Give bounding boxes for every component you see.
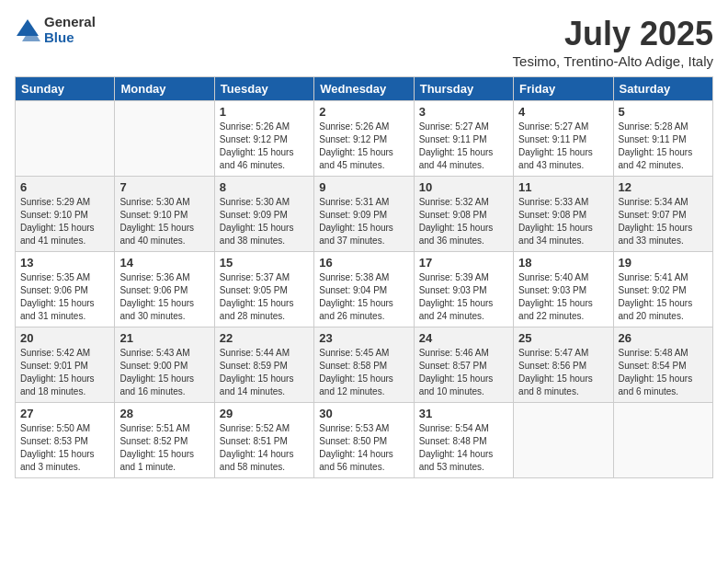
- calendar-cell: 2Sunrise: 5:26 AM Sunset: 9:12 PM Daylig…: [314, 101, 414, 177]
- day-number: 7: [119, 180, 209, 194]
- header-sunday: Sunday: [16, 77, 115, 101]
- day-info: Sunrise: 5:38 AM Sunset: 9:04 PM Dayligh…: [319, 271, 408, 323]
- day-info: Sunrise: 5:48 AM Sunset: 8:54 PM Dayligh…: [619, 347, 708, 398]
- day-number: 4: [518, 105, 608, 119]
- day-info: Sunrise: 5:37 AM Sunset: 9:05 PM Dayligh…: [220, 271, 309, 323]
- day-info: Sunrise: 5:54 AM Sunset: 8:48 PM Dayligh…: [419, 422, 508, 474]
- calendar-table: SundayMondayTuesdayWednesdayThursdayFrid…: [15, 76, 713, 478]
- day-number: 9: [319, 180, 408, 194]
- day-info: Sunrise: 5:26 AM Sunset: 9:12 PM Dayligh…: [220, 121, 309, 172]
- day-number: 31: [419, 407, 508, 420]
- day-info: Sunrise: 5:27 AM Sunset: 9:11 PM Dayligh…: [518, 121, 608, 172]
- day-info: Sunrise: 5:28 AM Sunset: 9:11 PM Dayligh…: [619, 121, 708, 172]
- logo-blue: Blue: [44, 30, 96, 46]
- week-row-2: 6Sunrise: 5:29 AM Sunset: 9:10 PM Daylig…: [16, 177, 713, 252]
- day-info: Sunrise: 5:30 AM Sunset: 9:10 PM Dayligh…: [119, 196, 209, 247]
- calendar-cell: [115, 101, 214, 177]
- day-info: Sunrise: 5:51 AM Sunset: 8:52 PM Dayligh…: [119, 422, 209, 474]
- calendar-cell: 10Sunrise: 5:32 AM Sunset: 9:08 PM Dayli…: [414, 177, 513, 252]
- calendar-cell: 3Sunrise: 5:27 AM Sunset: 9:11 PM Daylig…: [414, 101, 513, 177]
- day-number: 3: [419, 105, 508, 119]
- day-number: 5: [619, 105, 708, 119]
- day-number: 13: [20, 256, 109, 270]
- calendar-cell: 18Sunrise: 5:40 AM Sunset: 9:03 PM Dayli…: [514, 252, 613, 327]
- day-info: Sunrise: 5:42 AM Sunset: 9:01 PM Dayligh…: [20, 347, 109, 398]
- calendar-cell: 16Sunrise: 5:38 AM Sunset: 9:04 PM Dayli…: [314, 252, 414, 327]
- day-info: Sunrise: 5:45 AM Sunset: 8:58 PM Dayligh…: [319, 347, 408, 398]
- month-title: July 2025: [513, 15, 713, 53]
- day-number: 21: [119, 331, 209, 345]
- day-number: 14: [119, 256, 209, 270]
- calendar-cell: 8Sunrise: 5:30 AM Sunset: 9:09 PM Daylig…: [214, 177, 313, 252]
- day-info: Sunrise: 5:52 AM Sunset: 8:51 PM Dayligh…: [220, 422, 309, 474]
- week-row-1: 1Sunrise: 5:26 AM Sunset: 9:12 PM Daylig…: [16, 101, 713, 177]
- day-info: Sunrise: 5:26 AM Sunset: 9:12 PM Dayligh…: [319, 121, 408, 172]
- calendar-cell: [514, 403, 613, 478]
- header-saturday: Saturday: [613, 77, 712, 101]
- day-info: Sunrise: 5:53 AM Sunset: 8:50 PM Dayligh…: [319, 422, 408, 474]
- day-number: 12: [619, 180, 708, 194]
- day-number: 22: [220, 331, 309, 345]
- calendar-cell: 9Sunrise: 5:31 AM Sunset: 9:09 PM Daylig…: [314, 177, 414, 252]
- day-info: Sunrise: 5:50 AM Sunset: 8:53 PM Dayligh…: [20, 422, 109, 474]
- day-number: 19: [619, 256, 708, 270]
- day-info: Sunrise: 5:31 AM Sunset: 9:09 PM Dayligh…: [319, 196, 408, 247]
- calendar-cell: 11Sunrise: 5:33 AM Sunset: 9:08 PM Dayli…: [514, 177, 613, 252]
- day-number: 18: [518, 256, 608, 270]
- calendar-cell: 7Sunrise: 5:30 AM Sunset: 9:10 PM Daylig…: [115, 177, 214, 252]
- day-info: Sunrise: 5:27 AM Sunset: 9:11 PM Dayligh…: [419, 121, 508, 172]
- logo: General Blue: [15, 15, 96, 45]
- day-number: 6: [20, 180, 109, 194]
- logo-icon: [15, 17, 40, 43]
- title-block: July 2025 Tesimo, Trentino-Alto Adige, I…: [513, 15, 713, 69]
- calendar-cell: 28Sunrise: 5:51 AM Sunset: 8:52 PM Dayli…: [115, 403, 214, 478]
- day-number: 1: [220, 105, 309, 119]
- calendar-cell: 19Sunrise: 5:41 AM Sunset: 9:02 PM Dayli…: [613, 252, 712, 327]
- location: Tesimo, Trentino-Alto Adige, Italy: [513, 53, 713, 69]
- day-info: Sunrise: 5:39 AM Sunset: 9:03 PM Dayligh…: [419, 271, 508, 323]
- calendar-cell: 23Sunrise: 5:45 AM Sunset: 8:58 PM Dayli…: [314, 327, 414, 403]
- day-info: Sunrise: 5:30 AM Sunset: 9:09 PM Dayligh…: [220, 196, 309, 247]
- calendar-cell: 29Sunrise: 5:52 AM Sunset: 8:51 PM Dayli…: [214, 403, 313, 478]
- header-thursday: Thursday: [414, 77, 513, 101]
- header-tuesday: Tuesday: [214, 77, 313, 101]
- day-info: Sunrise: 5:29 AM Sunset: 9:10 PM Dayligh…: [20, 196, 109, 247]
- calendar-cell: 15Sunrise: 5:37 AM Sunset: 9:05 PM Dayli…: [214, 252, 313, 327]
- day-number: 28: [119, 407, 209, 420]
- day-number: 24: [419, 331, 508, 345]
- calendar-cell: 6Sunrise: 5:29 AM Sunset: 9:10 PM Daylig…: [16, 177, 115, 252]
- day-number: 10: [419, 180, 508, 194]
- calendar-cell: 12Sunrise: 5:34 AM Sunset: 9:07 PM Dayli…: [613, 177, 712, 252]
- day-info: Sunrise: 5:35 AM Sunset: 9:06 PM Dayligh…: [20, 271, 109, 323]
- calendar-cell: 25Sunrise: 5:47 AM Sunset: 8:56 PM Dayli…: [514, 327, 613, 403]
- calendar-cell: 26Sunrise: 5:48 AM Sunset: 8:54 PM Dayli…: [613, 327, 712, 403]
- day-number: 16: [319, 256, 408, 270]
- day-number: 20: [20, 331, 109, 345]
- day-number: 11: [518, 180, 608, 194]
- day-info: Sunrise: 5:47 AM Sunset: 8:56 PM Dayligh…: [518, 347, 608, 398]
- day-info: Sunrise: 5:40 AM Sunset: 9:03 PM Dayligh…: [518, 271, 608, 323]
- day-number: 8: [220, 180, 309, 194]
- calendar-cell: 20Sunrise: 5:42 AM Sunset: 9:01 PM Dayli…: [16, 327, 115, 403]
- calendar-cell: 30Sunrise: 5:53 AM Sunset: 8:50 PM Dayli…: [314, 403, 414, 478]
- calendar-cell: 5Sunrise: 5:28 AM Sunset: 9:11 PM Daylig…: [613, 101, 712, 177]
- calendar-cell: 31Sunrise: 5:54 AM Sunset: 8:48 PM Dayli…: [414, 403, 513, 478]
- calendar-cell: 13Sunrise: 5:35 AM Sunset: 9:06 PM Dayli…: [16, 252, 115, 327]
- day-info: Sunrise: 5:46 AM Sunset: 8:57 PM Dayligh…: [419, 347, 508, 398]
- week-row-5: 27Sunrise: 5:50 AM Sunset: 8:53 PM Dayli…: [16, 403, 713, 478]
- day-number: 2: [319, 105, 408, 119]
- day-number: 25: [518, 331, 608, 345]
- calendar-cell: 24Sunrise: 5:46 AM Sunset: 8:57 PM Dayli…: [414, 327, 513, 403]
- calendar-cell: 17Sunrise: 5:39 AM Sunset: 9:03 PM Dayli…: [414, 252, 513, 327]
- calendar-cell: [16, 101, 115, 177]
- logo-text: General Blue: [44, 15, 96, 45]
- day-info: Sunrise: 5:33 AM Sunset: 9:08 PM Dayligh…: [518, 196, 608, 247]
- calendar-cell: 4Sunrise: 5:27 AM Sunset: 9:11 PM Daylig…: [514, 101, 613, 177]
- calendar-cell: 14Sunrise: 5:36 AM Sunset: 9:06 PM Dayli…: [115, 252, 214, 327]
- day-info: Sunrise: 5:32 AM Sunset: 9:08 PM Dayligh…: [419, 196, 508, 247]
- week-row-3: 13Sunrise: 5:35 AM Sunset: 9:06 PM Dayli…: [16, 252, 713, 327]
- calendar-cell: 27Sunrise: 5:50 AM Sunset: 8:53 PM Dayli…: [16, 403, 115, 478]
- day-info: Sunrise: 5:41 AM Sunset: 9:02 PM Dayligh…: [619, 271, 708, 323]
- week-row-4: 20Sunrise: 5:42 AM Sunset: 9:01 PM Dayli…: [16, 327, 713, 403]
- day-info: Sunrise: 5:43 AM Sunset: 9:00 PM Dayligh…: [119, 347, 209, 398]
